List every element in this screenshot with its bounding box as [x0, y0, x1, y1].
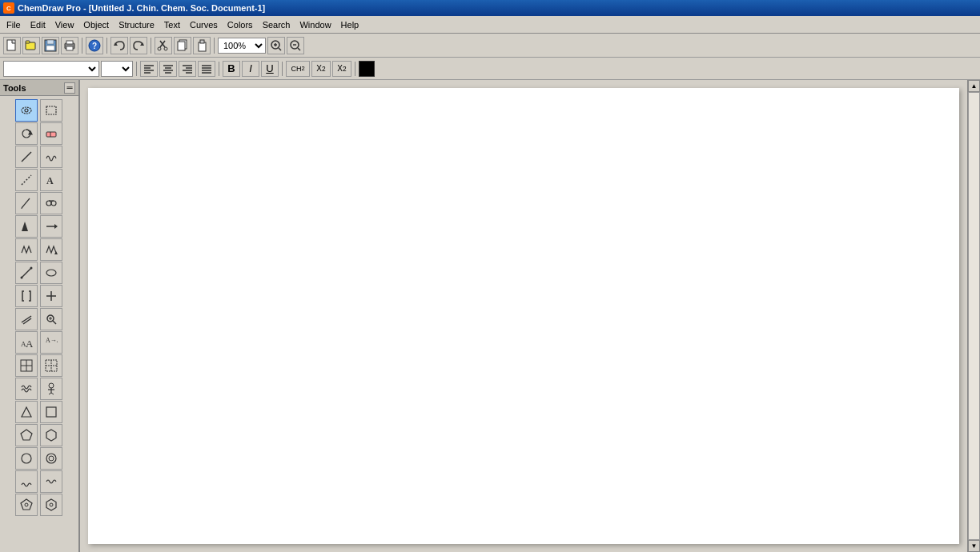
tool-wave[interactable] — [15, 378, 38, 400]
tool-bond-single[interactable] — [15, 146, 38, 168]
tool-oval[interactable] — [40, 262, 62, 284]
tool-bond-dash[interactable] — [15, 169, 38, 191]
menu-text[interactable]: Text — [159, 18, 185, 31]
help-button[interactable]: ? — [86, 37, 103, 54]
tool-bond-up[interactable] — [15, 215, 38, 238]
tool-pentagon2[interactable] — [15, 494, 38, 516]
sep2 — [106, 38, 107, 54]
tool-chain2[interactable] — [40, 238, 62, 261]
svg-line-87 — [49, 393, 51, 394]
tool-bracket[interactable] — [15, 285, 38, 307]
tool-line[interactable] — [15, 262, 38, 284]
menu-search[interactable]: Search — [258, 18, 295, 31]
menu-structure[interactable]: Structure — [114, 18, 159, 31]
tool-circle3[interactable] — [40, 447, 62, 470]
tool-square[interactable] — [40, 401, 62, 423]
paste-button[interactable] — [193, 37, 211, 54]
zoom-in-button[interactable] — [267, 37, 285, 54]
align-right-button[interactable] — [179, 61, 196, 77]
tool-text[interactable]: A — [40, 169, 62, 191]
menu-view[interactable]: View — [50, 18, 79, 31]
tool-eraser[interactable] — [40, 122, 62, 145]
tool-resize[interactable]: AA — [15, 331, 38, 354]
svg-rect-18 — [178, 42, 185, 50]
zoom-out-button[interactable] — [287, 37, 304, 54]
zoom-select[interactable]: 100% 50% 75% 150% 200% — [218, 38, 266, 54]
scroll-track[interactable] — [968, 92, 980, 540]
cut-button[interactable] — [155, 37, 172, 54]
svg-line-27 — [298, 48, 300, 50]
scroll-up-button[interactable]: ▲ — [968, 80, 980, 92]
tool-triangle[interactable] — [15, 401, 38, 423]
tool-bond-double[interactable] — [15, 308, 38, 330]
tools-panel: Tools ═ — [0, 80, 80, 552]
tool-wave2[interactable] — [15, 470, 38, 493]
menu-bar: File Edit View Object Structure Text Cur… — [0, 16, 980, 34]
main-layout: Tools ═ — [0, 80, 980, 552]
document-canvas[interactable] — [88, 88, 959, 544]
svg-point-94 — [46, 454, 56, 463]
menu-window[interactable]: Window — [295, 18, 335, 31]
menu-colors[interactable]: Colors — [223, 18, 258, 31]
tool-resize2[interactable]: A→A — [40, 331, 62, 354]
svg-marker-92 — [46, 430, 56, 441]
print-button[interactable] — [61, 37, 78, 54]
svg-marker-61 — [54, 224, 58, 229]
italic-button[interactable]: I — [242, 61, 259, 77]
svg-marker-59 — [22, 222, 28, 231]
svg-text:A: A — [46, 175, 54, 186]
save-button[interactable] — [42, 37, 59, 54]
color-picker[interactable] — [359, 61, 375, 77]
justify-button[interactable] — [198, 61, 215, 77]
tool-node-select[interactable] — [40, 192, 62, 214]
align-left-button[interactable] — [140, 61, 158, 77]
tool-chain[interactable] — [15, 238, 38, 261]
redo-button[interactable] — [130, 37, 147, 54]
tool-rotate[interactable] — [15, 122, 38, 145]
format-toolbar: B I U CH2 X2 X2 — [0, 58, 980, 80]
tool-circle2[interactable] — [15, 447, 38, 470]
tool-pentagon[interactable] — [15, 424, 38, 446]
menu-curves[interactable]: Curves — [185, 18, 223, 31]
tool-wave3[interactable] — [40, 470, 62, 493]
undo-button[interactable] — [110, 37, 128, 54]
menu-object[interactable]: Object — [78, 18, 114, 31]
menu-file[interactable]: File — [2, 18, 26, 31]
tool-table[interactable] — [15, 354, 38, 377]
copy-button[interactable] — [174, 37, 191, 54]
tool-plus[interactable] — [40, 285, 62, 307]
tool-lasso-select[interactable] — [15, 99, 38, 122]
tool-table2[interactable] — [40, 354, 62, 377]
menu-edit[interactable]: Edit — [26, 18, 50, 31]
app-icon: C — [3, 2, 14, 14]
bold-button[interactable]: B — [223, 61, 240, 77]
tool-hexagon[interactable] — [40, 424, 62, 446]
tool-person[interactable] — [40, 378, 62, 400]
underline-button[interactable]: U — [261, 61, 279, 77]
ch2-button[interactable]: CH2 — [286, 61, 310, 77]
superscript-button[interactable]: X2 — [332, 61, 351, 77]
font-size-select[interactable] — [101, 61, 133, 77]
tool-pen[interactable] — [15, 192, 38, 214]
svg-point-45 — [25, 109, 28, 112]
font-family-select[interactable] — [3, 61, 99, 77]
tools-grid: A — [0, 96, 78, 519]
fmt-sep2 — [219, 62, 219, 76]
new-button[interactable] — [3, 37, 21, 54]
tool-arrow[interactable] — [40, 215, 62, 238]
svg-line-54 — [22, 198, 30, 208]
sep1 — [82, 38, 82, 54]
tools-header: Tools ═ — [0, 80, 78, 96]
tool-hexagon2[interactable] — [40, 494, 62, 516]
canvas-area[interactable] — [80, 80, 967, 552]
right-scrollbar: ▲ ▼ — [967, 80, 980, 552]
menu-help[interactable]: Help — [336, 18, 364, 31]
open-button[interactable] — [22, 37, 40, 54]
tools-pin-button[interactable]: ═ — [64, 82, 75, 94]
scroll-down-button[interactable]: ▼ — [968, 540, 980, 552]
tool-bond-wavy[interactable] — [40, 146, 62, 168]
subscript-button[interactable]: X2 — [311, 61, 331, 77]
align-center-button[interactable] — [159, 61, 177, 77]
tool-zoom[interactable] — [40, 308, 62, 330]
tool-rect-select[interactable] — [40, 99, 62, 122]
